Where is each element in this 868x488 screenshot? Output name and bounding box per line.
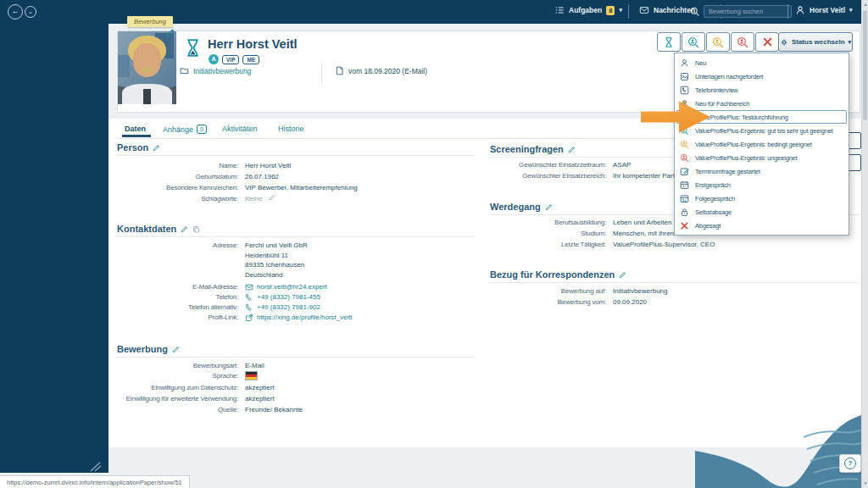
profile-link[interactable]: https://xing.de/profile/horst_veitl	[257, 313, 353, 323]
help-button[interactable]: ?	[839, 454, 861, 473]
tab-historie[interactable]: Historie	[278, 125, 304, 133]
field-label: Gewünschter Einsatzzeitraum:	[490, 160, 606, 170]
status-dropdown-menu: Neu Unterlagen nachgefordert Telefoninte…	[674, 53, 849, 236]
result-negative-button[interactable]	[731, 32, 754, 52]
user-icon	[795, 5, 805, 15]
field-value: Initiativbewerbung	[613, 286, 667, 297]
sidebar	[0, 24, 108, 473]
tasks-menu[interactable]: Aufgaben 8 ▾	[554, 5, 622, 15]
scroll-up-icon[interactable]: ▲	[862, 2, 868, 7]
applicant-photo	[118, 31, 176, 104]
topbar-divider	[787, 4, 788, 19]
field-value: akzeptiert	[245, 394, 275, 404]
reject-x-icon	[762, 36, 773, 47]
status-option-abgesagt[interactable]: Abgesagt	[675, 219, 849, 232]
person-icon	[680, 58, 689, 68]
copy-icon[interactable]	[192, 225, 200, 233]
application-received-date: vom 18.09.2020 (E-Mail)	[348, 67, 427, 75]
email-link[interactable]: horst.veitl@hr24.expert	[257, 282, 327, 292]
logo-tooltip: Bewerbung	[127, 16, 173, 27]
scrollbar[interactable]: ▲ ▼	[861, 0, 868, 488]
reject-button[interactable]	[755, 32, 779, 52]
phone-alt-link[interactable]: +49 (8332) 7981-902	[257, 302, 320, 313]
candidate-search-red-icon	[737, 36, 748, 48]
application-link-row: Initiativbewerbung	[180, 66, 252, 75]
card-divider	[321, 64, 322, 84]
status-option-ergebnis-ungeeignet[interactable]: ValueProfilePlus-Ergebnis: ungeeignet	[675, 151, 849, 164]
status-button-label: Status wechseln	[792, 38, 845, 46]
edit-pencil-icon[interactable]	[545, 203, 553, 211]
search-input[interactable]	[704, 5, 792, 18]
phone-link[interactable]: +49 (8332) 7981-455	[257, 292, 320, 302]
phone-icon	[245, 293, 253, 302]
anhaenge-count-badge: 0	[197, 125, 207, 134]
status-option-ergebnis-gut-geeignet[interactable]: ValueProfilePlus-Ergebnis: gut bis sehr …	[675, 124, 849, 137]
back-navigation[interactable]: ← ⌄	[8, 4, 36, 19]
address-block: Ferchl und Veitl GbR Heidenbühl 11 89335…	[245, 241, 308, 280]
field-value: VIP Bewerber, Mitarbeiterempfehlung	[245, 183, 358, 193]
section-bezug-header: Bezug für Korrespondenzen	[490, 269, 626, 280]
status-option-neu-fuer-fachbereich[interactable]: Neu für Fachbereich	[675, 97, 849, 110]
application-date-row: vom 18.09.2020 (E-Mail)	[335, 66, 427, 75]
section-werdegang-header: Werdegang	[490, 202, 553, 212]
edit-pencil-icon[interactable]	[172, 346, 180, 353]
back-arrow-icon[interactable]: ←	[8, 4, 23, 19]
lock-icon	[680, 208, 689, 217]
edit-pencil-icon[interactable]	[181, 225, 188, 233]
status-option-terminumfrage-gestartet[interactable]: Terminumfrage gestartet	[675, 164, 849, 178]
status-hourglass-icon	[182, 36, 203, 59]
field-label: E-Mail-Adresse:	[117, 282, 238, 292]
rejected-x-icon	[680, 221, 689, 230]
edit-pencil-icon[interactable]	[568, 146, 576, 153]
tasks-count-badge: 8	[606, 6, 615, 15]
status-option-neu[interactable]: Neu	[675, 56, 849, 69]
applicant-badges: A VIP ME	[209, 54, 259, 64]
field-label: Bewerbungsart:	[117, 361, 238, 371]
tasks-caret-icon: ▾	[619, 7, 622, 14]
phone-icon	[680, 86, 689, 95]
tab-daten[interactable]: Daten	[125, 125, 146, 133]
edit-pencil-icon[interactable]	[153, 144, 160, 152]
me-badge: ME	[242, 55, 259, 64]
task-list-icon	[554, 5, 565, 15]
field-label: Gewünschter Einsatzbereich:	[490, 171, 606, 181]
user-menu[interactable]: Horst Veitl ▾	[795, 5, 853, 15]
application-type-link[interactable]: Initiativbewerbung	[193, 67, 252, 75]
tasks-label: Aufgaben	[569, 6, 602, 14]
german-flag-icon	[245, 371, 258, 380]
applicant-name: Herr Horst Veitl	[208, 37, 298, 51]
status-wechseln-button[interactable]: Status wechseln ▾	[778, 32, 853, 52]
field-value: Menschen, mit ihren W	[613, 229, 682, 239]
hourglass-icon	[663, 36, 675, 48]
status-url-bar: https://demo-zumrt.dvinci.info/intern/ap…	[0, 475, 190, 488]
back-history-caret-icon[interactable]: ⌄	[25, 6, 36, 18]
phone-icon	[245, 303, 253, 312]
scroll-down-icon[interactable]: ▼	[862, 480, 868, 485]
status-option-unterlagen-nachgefordert[interactable]: Unterlagen nachgefordert	[675, 69, 849, 83]
field-label: Schlagworte:	[117, 194, 238, 204]
field-value: Herr Horst Veitl	[245, 161, 291, 171]
result-neutral-button[interactable]	[706, 32, 730, 52]
status-option-folgegespraech[interactable]: Folgegespräch	[675, 191, 849, 205]
status-option-erstgespraech[interactable]: Erstgespräch	[675, 178, 849, 191]
messages-menu[interactable]: Nachrichten	[639, 5, 695, 15]
field-label: Einwilligung für erweiterte Verwendung:	[117, 394, 238, 404]
result-positive-button[interactable]	[682, 32, 705, 52]
status-option-telefoninterview[interactable]: Telefoninterview	[675, 83, 849, 97]
status-hourglass-button[interactable]	[657, 32, 681, 52]
edit-pencil-icon[interactable]	[619, 271, 626, 279]
status-option-selbstabsage[interactable]: Selbstabsage	[675, 205, 849, 219]
field-label: Profil-Link:	[117, 313, 238, 323]
tab-aktivitaeten[interactable]: Aktivitäten	[222, 125, 258, 133]
tab-anhaenge[interactable]: Anhänge 0	[163, 125, 207, 134]
edit-pencil-icon[interactable]	[269, 194, 275, 201]
status-option-ergebnis-bedingt-geeignet[interactable]: ValueProfilePlus-Ergebnis: bedingt geeig…	[675, 137, 849, 151]
scrollbar-thumb[interactable]	[863, 10, 867, 120]
edit-photo-pencil-icon[interactable]	[165, 28, 175, 38]
calendar-repeat-icon	[680, 194, 689, 203]
search-icon	[690, 7, 700, 17]
field-label: Quelle:	[117, 405, 238, 415]
sidebar-resize-handle[interactable]	[87, 461, 103, 473]
wave-decoration	[695, 378, 861, 488]
calendar-icon	[680, 180, 689, 190]
